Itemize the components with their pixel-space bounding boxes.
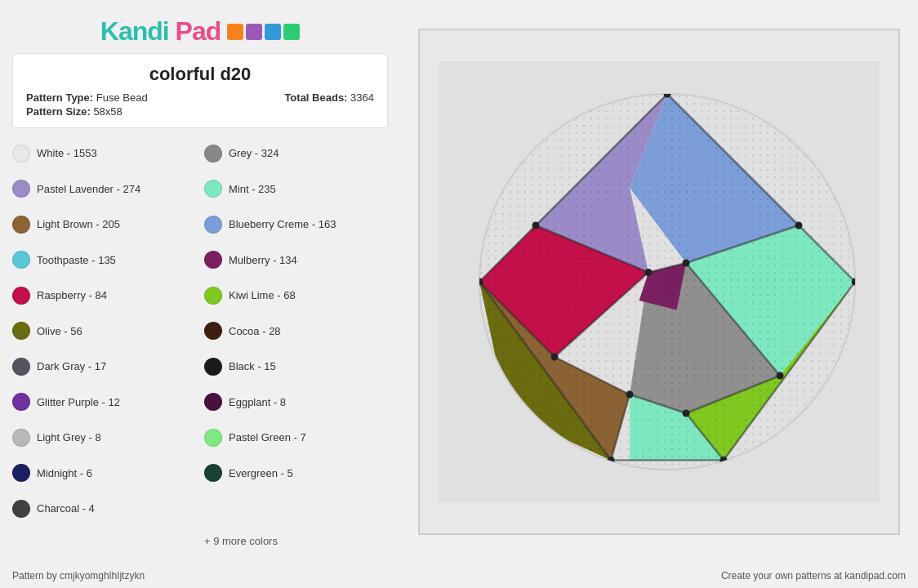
pattern-container (418, 29, 900, 535)
color-item: Raspberry - 84 (12, 278, 196, 313)
color-label: Evergreen - 5 (229, 467, 293, 479)
color-label: Charcoal - 4 (37, 502, 95, 514)
color-label: Mint - 235 (229, 183, 276, 195)
footer-right: Create your own patterns at kandipad.com (721, 570, 906, 581)
color-label: Eggplant - 8 (229, 396, 286, 408)
title-card: colorful d20 Pattern Type: Fuse Bead Pat… (12, 53, 388, 128)
pattern-canvas (439, 61, 880, 502)
color-swatch (204, 322, 222, 340)
color-swatch (12, 180, 30, 198)
color-label: Black - 15 (229, 360, 276, 372)
color-item: Eggplant - 8 (204, 385, 388, 420)
color-swatch (12, 216, 30, 234)
color-swatch (12, 464, 30, 482)
color-label: Blueberry Creme - 163 (229, 218, 336, 230)
logo-icon-blue (265, 24, 281, 40)
color-swatch (12, 287, 30, 305)
color-label: Light Grey - 8 (37, 431, 101, 443)
logo-icons (227, 24, 300, 40)
more-colors: + 9 more colors (204, 528, 388, 556)
pattern-size: Pattern Size: 58x58 (26, 105, 148, 118)
color-item: Midnight - 6 (12, 457, 196, 491)
color-swatch (12, 500, 30, 518)
logo-icon-orange (227, 24, 243, 40)
pattern-title: colorful d20 (26, 64, 374, 85)
color-item: Grey - 324 (204, 136, 388, 171)
color-item: Toothpaste - 135 (12, 243, 196, 278)
color-label: Midnight - 6 (37, 467, 92, 479)
right-panel (400, 0, 918, 564)
logo-icon-green (283, 24, 300, 40)
color-swatch (12, 358, 30, 376)
color-item: Charcoal - 4 (12, 492, 196, 526)
color-label: Dark Gray - 17 (37, 360, 106, 372)
color-label: Pastel Lavender - 274 (37, 183, 140, 195)
color-item: Glitter Purple - 12 (12, 385, 196, 420)
color-item: Kiwi Lime - 68 (204, 278, 388, 313)
color-item: Light Grey - 8 (12, 421, 196, 455)
color-swatch (204, 464, 222, 482)
color-item: Evergreen - 5 (204, 457, 388, 491)
more-colors-spacer (12, 528, 196, 556)
color-swatch (204, 145, 222, 163)
color-label: Cocoa - 28 (229, 325, 281, 337)
color-swatch (12, 429, 30, 447)
left-panel: Kandi Pad colorful d20 Pattern Type: Fus… (0, 0, 400, 564)
color-label: Pastel Green - 7 (229, 431, 306, 443)
color-item: Olive - 56 (12, 314, 196, 349)
pattern-type: Pattern Type: Fuse Bead (26, 91, 148, 104)
logo-kandi: Kandi (100, 16, 169, 46)
logo-icon-purple (246, 24, 262, 40)
color-item: White - 1553 (12, 136, 196, 171)
color-label: Glitter Purple - 12 (37, 396, 120, 408)
meta-right: Total Beads: 3364 (284, 91, 374, 118)
color-item: Pastel Green - 7 (204, 421, 388, 455)
color-swatch (204, 216, 222, 234)
color-item: Black - 15 (204, 350, 388, 384)
footer: Pattern by cmjkyomghlhIjtzykn Create you… (0, 564, 918, 588)
color-item: Dark Gray - 17 (12, 350, 196, 384)
color-item: Light Brown - 205 (12, 207, 196, 242)
color-swatch (12, 393, 30, 411)
pattern-meta: Pattern Type: Fuse Bead Pattern Size: 58… (26, 91, 374, 118)
color-label: Raspberry - 84 (37, 289, 107, 301)
color-swatch (12, 251, 30, 269)
footer-left: Pattern by cmjkyomghlhIjtzykn (12, 570, 145, 581)
color-label: Olive - 56 (37, 325, 82, 337)
color-swatch (204, 429, 222, 447)
color-item: Cocoa - 28 (204, 314, 388, 349)
meta-left: Pattern Type: Fuse Bead Pattern Size: 58… (26, 91, 148, 118)
color-swatch (204, 358, 222, 376)
color-label: Kiwi Lime - 68 (229, 289, 296, 301)
logo-pad: Pad (169, 16, 221, 46)
total-beads: Total Beads: 3364 (284, 91, 374, 104)
color-label: Mulberry - 134 (229, 254, 297, 266)
color-swatch (204, 287, 222, 305)
logo: Kandi Pad (100, 16, 221, 47)
color-item: Mint - 235 (204, 172, 388, 207)
color-label: Toothpaste - 135 (37, 254, 116, 266)
color-item: Mulberry - 134 (204, 243, 388, 278)
color-label: Light Brown - 205 (37, 218, 120, 230)
color-label: White - 1553 (37, 147, 97, 159)
color-swatch (204, 393, 222, 411)
color-swatch (12, 322, 30, 340)
color-list: White - 1553Grey - 324Pastel Lavender - … (12, 136, 388, 555)
color-label: Grey - 324 (229, 147, 279, 159)
color-item: Pastel Lavender - 274 (12, 172, 196, 207)
color-item: Blueberry Creme - 163 (204, 207, 388, 242)
color-swatch (204, 180, 222, 198)
color-swatch (204, 251, 222, 269)
color-swatch (12, 145, 30, 163)
logo-area: Kandi Pad (12, 8, 388, 53)
